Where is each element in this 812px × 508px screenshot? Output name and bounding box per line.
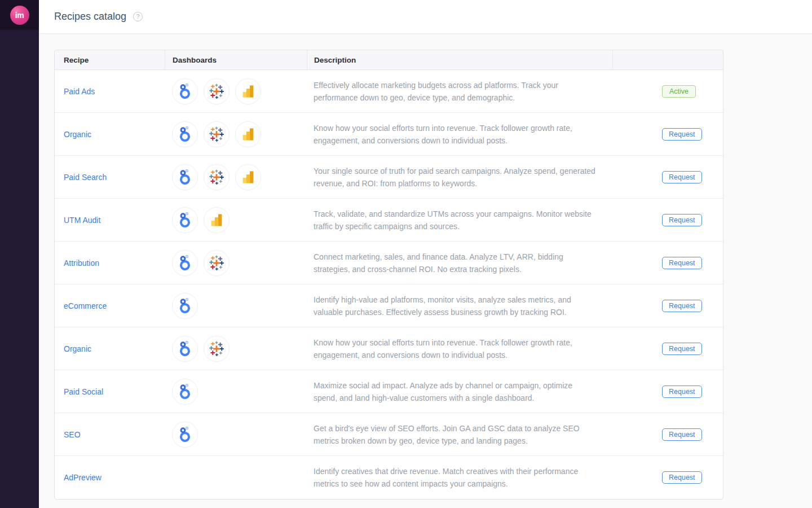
- description-cell: Track, validate, and standardize UTMs ac…: [307, 208, 612, 233]
- description-cell: Identify creatives that drive revenue. M…: [307, 465, 612, 490]
- recipe-cell: Organic: [55, 129, 165, 139]
- dashboards-cell: [165, 422, 307, 448]
- recipe-link[interactable]: Paid Ads: [64, 87, 95, 96]
- request-button[interactable]: Request: [662, 128, 702, 141]
- recipe-cell: Attribution: [55, 258, 165, 268]
- request-button[interactable]: Request: [662, 343, 702, 355]
- table-row: UTM Audit Track, validate, and standardi…: [55, 199, 723, 242]
- table-row: Attribution Connect marketing, sales, an…: [55, 242, 723, 284]
- recipe-description: Connect marketing, sales, and finance da…: [314, 251, 595, 275]
- action-cell: Request: [612, 257, 723, 269]
- tableau-icon: [204, 121, 230, 147]
- table-header: Recipe Dashboards Description: [55, 50, 723, 70]
- looker-icon: [172, 78, 198, 104]
- column-header-recipe: Recipe: [55, 50, 165, 69]
- request-button[interactable]: Request: [662, 214, 702, 226]
- column-header-description: Description: [307, 50, 612, 69]
- recipes-table: Recipe Dashboards Description Paid Ads E…: [54, 50, 723, 500]
- looker-icon: [172, 293, 198, 319]
- description-cell: Effectively allocate marketing budgets a…: [307, 79, 612, 104]
- description-cell: Identify high-value ad platforms, monito…: [307, 294, 612, 318]
- request-button[interactable]: Request: [662, 257, 702, 269]
- description-cell: Know how your social efforts turn into r…: [307, 336, 612, 361]
- sidebar: im: [0, 0, 39, 508]
- page-title: Recipes catalog: [54, 11, 126, 23]
- recipe-link[interactable]: SEO: [64, 430, 81, 439]
- request-button[interactable]: Request: [662, 386, 702, 398]
- recipe-link[interactable]: Attribution: [64, 259, 99, 268]
- tableau-icon: [204, 250, 230, 276]
- table-row: Organic Know how your social efforts tur…: [55, 113, 723, 156]
- looker-icon: [172, 422, 198, 448]
- dashboards-cell: [165, 379, 307, 405]
- tableau-icon: [204, 164, 230, 190]
- action-cell: Request: [612, 300, 723, 312]
- action-cell: Request: [612, 171, 723, 183]
- logo-block: im: [0, 0, 39, 30]
- request-button[interactable]: Request: [662, 171, 702, 183]
- request-button[interactable]: Request: [662, 428, 702, 441]
- recipe-link[interactable]: UTM Audit: [64, 216, 100, 225]
- request-button[interactable]: Request: [662, 471, 702, 484]
- dashboards-cell: [165, 250, 307, 276]
- recipe-cell: AdPreview: [55, 472, 165, 483]
- powerbi-icon: [204, 207, 230, 233]
- top-bar: Recipes catalog ?: [39, 0, 812, 34]
- recipe-description: Know how your social efforts turn into r…: [314, 336, 595, 361]
- recipe-description: Identify creatives that drive revenue. M…: [314, 465, 595, 490]
- recipe-description: Maximize social ad impact. Analyze ads b…: [314, 379, 595, 404]
- recipe-link[interactable]: Paid Social: [64, 387, 103, 396]
- recipe-link[interactable]: Organic: [64, 130, 91, 139]
- description-cell: Maximize social ad impact. Analyze ads b…: [307, 379, 612, 404]
- recipe-cell: SEO: [55, 430, 165, 440]
- recipe-link[interactable]: Paid Search: [64, 173, 107, 182]
- action-cell: Request: [612, 428, 723, 441]
- powerbi-icon: [235, 164, 261, 190]
- description-cell: Your single source of truth for paid sea…: [307, 165, 612, 190]
- table-row: Paid Social Maximize social ad impact. A…: [55, 370, 723, 413]
- looker-icon: [172, 164, 198, 190]
- request-button[interactable]: Request: [662, 300, 702, 312]
- dashboards-cell: [165, 207, 307, 233]
- table-row: SEO Get a bird's eye view of SEO efforts…: [55, 413, 723, 456]
- recipe-description: Effectively allocate marketing budgets a…: [314, 79, 595, 104]
- dashboards-cell: [165, 121, 307, 147]
- recipe-cell: Paid Ads: [55, 86, 165, 97]
- recipe-link[interactable]: eCommerce: [64, 301, 107, 310]
- recipe-description: Get a bird's eye view of SEO efforts. Jo…: [314, 422, 595, 447]
- recipe-description: Identify high-value ad platforms, monito…: [314, 294, 595, 318]
- description-cell: Get a bird's eye view of SEO efforts. Jo…: [307, 422, 612, 447]
- table-row: AdPreview Identify creatives that drive …: [55, 456, 723, 499]
- action-cell: Request: [612, 343, 723, 355]
- recipe-cell: UTM Audit: [55, 215, 165, 225]
- app-logo[interactable]: im: [10, 6, 29, 25]
- tableau-icon: [204, 336, 230, 362]
- table-body: Paid Ads Effectively allocate marketing …: [55, 70, 723, 499]
- recipe-cell: Organic: [55, 344, 165, 354]
- recipe-description: Track, validate, and standardize UTMs ac…: [314, 208, 595, 233]
- table-row: Organic Know how your social efforts tur…: [55, 327, 723, 370]
- action-cell: Request: [612, 128, 723, 141]
- recipe-cell: Paid Social: [55, 387, 165, 397]
- looker-icon: [172, 379, 198, 405]
- recipe-link[interactable]: Organic: [64, 344, 91, 353]
- looker-icon: [172, 121, 198, 147]
- dashboards-cell: [165, 164, 307, 190]
- recipe-cell: Paid Search: [55, 172, 165, 182]
- powerbi-icon: [235, 78, 261, 104]
- action-cell: Active: [612, 85, 723, 98]
- looker-icon: [172, 207, 198, 233]
- column-header-dashboards: Dashboards: [165, 50, 307, 69]
- dashboards-cell: [165, 336, 307, 362]
- powerbi-icon: [235, 121, 261, 147]
- recipe-description: Know how your social efforts turn into r…: [314, 122, 595, 147]
- description-cell: Connect marketing, sales, and finance da…: [307, 251, 612, 275]
- looker-icon: [172, 336, 198, 362]
- dashboards-cell: [165, 293, 307, 319]
- table-row: Paid Ads Effectively allocate marketing …: [55, 70, 723, 113]
- recipe-cell: eCommerce: [55, 301, 165, 311]
- recipe-link[interactable]: AdPreview: [64, 473, 102, 482]
- action-cell: Request: [612, 386, 723, 398]
- looker-icon: [172, 250, 198, 276]
- help-icon[interactable]: ?: [133, 12, 143, 21]
